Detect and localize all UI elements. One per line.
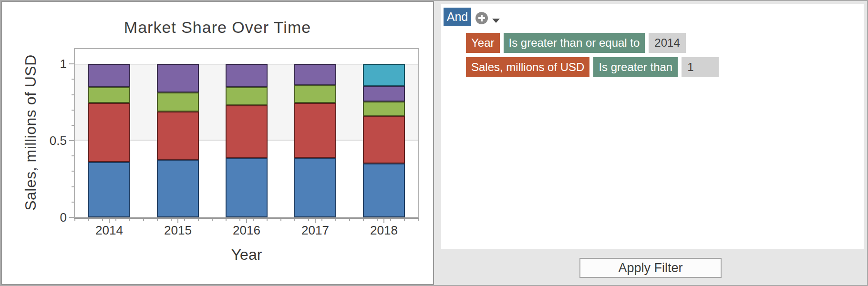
y-axis-minor-tick bbox=[72, 155, 74, 156]
x-axis-minor-tick bbox=[115, 219, 116, 221]
x-tick-label: 2014 bbox=[95, 223, 123, 238]
y-axis-minor-tick bbox=[72, 110, 74, 111]
filter-operator-chip[interactable]: Is greater than or equal to bbox=[504, 33, 645, 53]
x-axis-minor-tick bbox=[143, 219, 144, 221]
y-axis-major-tick bbox=[69, 217, 74, 218]
and-button[interactable]: And bbox=[444, 8, 471, 26]
bar-segment-purple-segment[interactable] bbox=[157, 64, 199, 92]
x-axis-minor-tick bbox=[129, 219, 130, 221]
x-axis-major-tick bbox=[177, 219, 178, 223]
x-axis-title: Year bbox=[231, 246, 262, 264]
bar-segment-purple-segment[interactable] bbox=[226, 64, 268, 87]
x-tick-label: 2015 bbox=[164, 223, 192, 238]
filter-card: And Year Is greater than or equal to 201… bbox=[441, 4, 864, 249]
x-axis-major-tick bbox=[109, 219, 110, 223]
x-axis-minor-tick bbox=[294, 219, 295, 221]
x-axis-minor-tick bbox=[157, 219, 158, 221]
plus-circle-icon[interactable] bbox=[475, 12, 488, 24]
filter-field-chip[interactable]: Year bbox=[466, 33, 500, 53]
y-axis-major-tick bbox=[69, 63, 74, 64]
x-axis-major-tick bbox=[315, 219, 316, 223]
filter-field-chip[interactable]: Sales, millions of USD bbox=[466, 57, 589, 77]
bar-segment-green-segment[interactable] bbox=[157, 92, 199, 112]
filter-value-chip[interactable]: 1 bbox=[682, 57, 719, 77]
bar-segment-green-segment[interactable] bbox=[88, 87, 130, 103]
x-axis-minor-tick bbox=[404, 219, 405, 221]
x-axis-minor-tick bbox=[418, 219, 419, 221]
x-axis-major-tick bbox=[383, 219, 384, 223]
x-axis-minor-tick bbox=[198, 219, 199, 221]
y-axis-minor-tick bbox=[72, 125, 74, 126]
x-axis-minor-tick bbox=[239, 219, 240, 221]
bar-segment-purple-segment[interactable] bbox=[294, 64, 336, 85]
x-axis-minor-tick bbox=[267, 219, 268, 221]
y-tick-label: 0 bbox=[21, 210, 67, 225]
bar-segment-blue-segment[interactable] bbox=[294, 158, 336, 217]
x-axis-minor-tick bbox=[390, 219, 391, 221]
x-axis-minor-tick bbox=[335, 219, 336, 221]
y-axis-minor-tick bbox=[72, 171, 74, 172]
y-tick-label: 1 bbox=[21, 57, 67, 72]
y-tick-label: 0.5 bbox=[21, 133, 67, 148]
bar-segment-green-segment[interactable] bbox=[363, 102, 405, 116]
bar-segment-red-segment[interactable] bbox=[88, 103, 130, 162]
chart-panel: Market Share Over Time Sales, millions o… bbox=[1, 1, 434, 285]
x-axis-minor-tick bbox=[212, 219, 213, 221]
x-axis-minor-tick bbox=[308, 219, 309, 221]
bar-segment-purple-segment[interactable] bbox=[363, 86, 405, 102]
y-axis-major-tick bbox=[69, 140, 74, 141]
y-axis-minor-tick bbox=[72, 79, 74, 80]
bar-segment-green-segment[interactable] bbox=[226, 87, 268, 106]
y-axis-title: Sales, millions of USD bbox=[22, 54, 40, 211]
bar-segment-cyan-segment[interactable] bbox=[363, 64, 405, 86]
x-tick-label: 2018 bbox=[370, 223, 398, 238]
chart-title: Market Share Over Time bbox=[2, 18, 433, 37]
filter-operator-chip[interactable]: Is greater than bbox=[593, 57, 678, 77]
plot-area[interactable] bbox=[74, 48, 419, 219]
bar-segment-red-segment[interactable] bbox=[226, 105, 268, 158]
x-axis-minor-tick bbox=[74, 219, 75, 221]
x-tick-label: 2016 bbox=[233, 223, 260, 238]
y-axis-minor-tick bbox=[72, 186, 74, 187]
x-axis-minor-tick bbox=[280, 219, 281, 221]
bar-segment-red-segment[interactable] bbox=[157, 112, 199, 160]
app-window: Market Share Over Time Sales, millions o… bbox=[0, 0, 868, 286]
x-axis-minor-tick bbox=[321, 219, 322, 221]
chevron-down-icon[interactable] bbox=[492, 19, 500, 23]
bar-segment-red-segment[interactable] bbox=[294, 103, 336, 157]
bar-segment-green-segment[interactable] bbox=[294, 85, 336, 103]
bar-segment-blue-segment[interactable] bbox=[363, 163, 405, 217]
x-axis-minor-tick bbox=[226, 219, 227, 221]
y-axis-minor-tick bbox=[72, 94, 74, 95]
x-axis-minor-tick bbox=[363, 219, 364, 221]
filter-value-chip[interactable]: 2014 bbox=[649, 33, 686, 53]
filter-region: And Year Is greater than or equal to 201… bbox=[434, 1, 867, 285]
x-axis-minor-tick bbox=[184, 219, 185, 221]
x-axis-minor-tick bbox=[349, 219, 350, 221]
x-axis-minor-tick bbox=[88, 219, 89, 221]
bar-segment-red-segment[interactable] bbox=[363, 116, 405, 164]
x-axis-minor-tick bbox=[102, 219, 103, 221]
apply-filter-button[interactable]: Apply Filter bbox=[579, 258, 722, 278]
bar-segment-blue-segment[interactable] bbox=[226, 158, 268, 217]
bar-segment-purple-segment[interactable] bbox=[88, 64, 130, 87]
x-axis-minor-tick bbox=[171, 219, 172, 221]
x-axis-minor-tick bbox=[377, 219, 378, 221]
filter-condition-row: Sales, millions of USD Is greater than 1 bbox=[466, 57, 719, 77]
x-tick-label: 2017 bbox=[301, 223, 329, 238]
bar-segment-blue-segment[interactable] bbox=[88, 162, 130, 217]
bar-segment-blue-segment[interactable] bbox=[157, 160, 199, 217]
y-axis-minor-tick bbox=[72, 202, 74, 203]
x-axis-minor-tick bbox=[253, 219, 254, 221]
filter-condition-row: Year Is greater than or equal to 2014 bbox=[466, 33, 686, 53]
x-axis-major-tick bbox=[246, 219, 247, 223]
